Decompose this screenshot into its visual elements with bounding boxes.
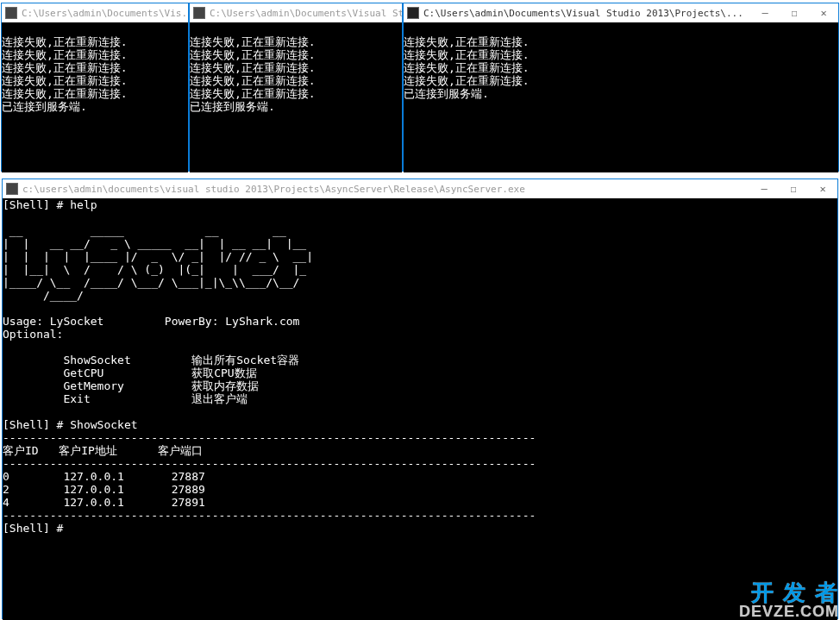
console-icon	[407, 7, 419, 19]
opt-cmd: Exit	[63, 392, 90, 405]
maximize-button[interactable]: ☐	[779, 179, 808, 198]
opt-cmd: GetCPU	[63, 366, 103, 379]
console-output[interactable]: 连接失败,正在重新连接. 连接失败,正在重新连接. 连接失败,正在重新连接. 连…	[404, 22, 838, 172]
opt-desc: 获取CPU数据	[191, 366, 256, 379]
separator: ----------------------------------------…	[3, 431, 536, 444]
window-title: C:\Users\admin\Documents\Vis...	[22, 8, 188, 19]
opt-desc: 获取内存数据	[191, 379, 259, 392]
console-output[interactable]: 连接失败,正在重新连接. 连接失败,正在重新连接. 连接失败,正在重新连接. 连…	[190, 22, 402, 172]
minimize-button[interactable]: —	[749, 179, 779, 198]
client-window-2: C:\Users\admin\Documents\Visual Stu... 连…	[189, 3, 403, 172]
minimize-button[interactable]: —	[750, 3, 780, 22]
window-title: c:\users\admin\documents\visual studio 2…	[22, 184, 749, 195]
console-icon	[6, 183, 18, 195]
shell-prompt[interactable]: [Shell] #	[3, 522, 70, 535]
table-row: 4 127.0.0.1 27891	[3, 496, 205, 509]
titlebar[interactable]: C:\Users\admin\Documents\Visual Studio 2…	[404, 3, 838, 22]
table-row: 0 127.0.0.1 27887	[3, 470, 205, 483]
console-output[interactable]: 连接失败,正在重新连接. 连接失败,正在重新连接. 连接失败,正在重新连接. 连…	[2, 22, 188, 172]
close-button[interactable]: ✕	[808, 179, 837, 198]
client-window-3: C:\Users\admin\Documents\Visual Studio 2…	[403, 3, 839, 172]
client-window-1: C:\Users\admin\Documents\Vis... 连接失败,正在重…	[1, 3, 189, 172]
usage-line: Usage: LySocket PowerBy: LyShark.com	[3, 315, 299, 328]
server-window: c:\users\admin\documents\visual studio 2…	[2, 178, 838, 619]
window-title: C:\Users\admin\Documents\Visual Stu...	[210, 8, 402, 19]
opt-cmd: ShowSocket	[63, 354, 130, 366]
table-header: 客户ID 客户IP地址 客户端口	[3, 444, 203, 457]
separator: ----------------------------------------…	[3, 509, 536, 522]
separator: ----------------------------------------…	[3, 457, 536, 470]
titlebar[interactable]: c:\users\admin\documents\visual studio 2…	[3, 179, 837, 198]
opt-desc: 退出客户端	[191, 392, 248, 405]
console-icon	[193, 7, 205, 19]
table-row: 2 127.0.0.1 27889	[3, 483, 205, 496]
optional-label: Optional:	[3, 328, 63, 341]
shell-prompt: [Shell] # help	[3, 198, 97, 211]
shell-prompt: [Shell] # ShowSocket	[3, 418, 138, 431]
opt-cmd: GetMemory	[63, 379, 123, 392]
console-icon	[5, 7, 17, 19]
opt-desc: 输出所有Socket容器	[191, 354, 299, 366]
titlebar[interactable]: C:\Users\admin\Documents\Visual Stu...	[190, 3, 402, 22]
maximize-button[interactable]: ☐	[780, 3, 809, 22]
titlebar[interactable]: C:\Users\admin\Documents\Vis...	[2, 3, 188, 22]
console-output[interactable]: [Shell] # help __ _____ __ __ | | __ __/…	[3, 198, 837, 620]
close-button[interactable]: ✕	[809, 3, 838, 22]
window-title: C:\Users\admin\Documents\Visual Studio 2…	[423, 8, 750, 19]
ascii-logo: __ _____ __ __ | | __ __/ _ \ _____ __| …	[3, 224, 313, 302]
